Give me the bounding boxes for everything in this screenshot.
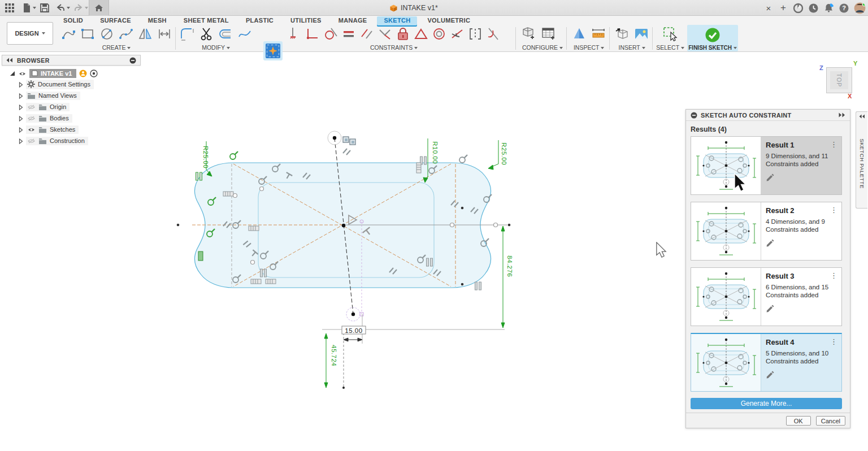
dimension-tool-button[interactable] xyxy=(157,27,172,41)
generate-more-button[interactable]: Generate More... xyxy=(691,398,842,409)
horizontal-vertical-constraint-button[interactable] xyxy=(305,27,320,41)
eye-icon[interactable] xyxy=(18,71,27,77)
card-menu-icon[interactable] xyxy=(830,206,837,214)
help-icon[interactable]: ? xyxy=(839,3,849,14)
expand-caret-icon[interactable] xyxy=(19,93,23,99)
tab-plastic[interactable]: PLASTIC xyxy=(239,16,280,25)
dimension-R2500[interactable]: R25.00 xyxy=(202,146,209,168)
browser-item-root[interactable]: INTAKE v1 xyxy=(29,69,76,78)
offset-tool-button[interactable] xyxy=(218,27,233,41)
eye-off-icon[interactable] xyxy=(27,115,36,122)
select-button[interactable] xyxy=(663,27,678,41)
configure-label[interactable]: CONFIGURE xyxy=(522,44,558,51)
tab-solid[interactable]: SOLID xyxy=(57,16,90,25)
card-menu-icon[interactable] xyxy=(830,337,837,346)
card-menu-icon[interactable] xyxy=(830,271,837,280)
tab-utilities[interactable]: UTILITIES xyxy=(284,16,328,25)
ok-button[interactable]: OK xyxy=(786,416,811,426)
viewcube-face-top[interactable]: TOP xyxy=(826,67,852,93)
dimension-84276[interactable]: 84.276 xyxy=(506,255,513,277)
expand-caret-icon[interactable] xyxy=(19,127,23,133)
viewcube[interactable]: TOP Z Y X xyxy=(818,61,863,101)
app-grid-icon[interactable] xyxy=(5,3,15,13)
tab-mesh[interactable]: MESH xyxy=(141,16,173,25)
measure-button[interactable] xyxy=(591,27,606,41)
expand-caret-icon[interactable] xyxy=(19,105,23,110)
mirror-tool-button[interactable] xyxy=(138,27,153,41)
edit-pencil-icon[interactable] xyxy=(766,370,775,379)
redo-caret-icon[interactable] xyxy=(85,7,88,9)
expand-caret-icon[interactable] xyxy=(19,82,23,88)
fix-constraint-button[interactable] xyxy=(396,27,410,41)
expand-palette-icon[interactable] xyxy=(859,114,865,119)
expand-caret-icon[interactable] xyxy=(19,116,23,122)
avatar[interactable] xyxy=(854,2,866,14)
browser-item-origin[interactable]: Origin xyxy=(19,102,141,112)
collinear-constraint-button[interactable] xyxy=(450,27,465,41)
result-card-4[interactable]: Result 4 5 Dimensions, and 10 Constraint… xyxy=(691,333,842,392)
edit-pencil-icon[interactable] xyxy=(766,304,775,313)
configure-cube-button[interactable] xyxy=(522,27,537,41)
inspect-label[interactable]: INSPECT xyxy=(574,44,599,51)
undock-panel-icon[interactable] xyxy=(839,112,845,118)
browser-item-bodies[interactable]: Bodies xyxy=(19,113,141,124)
fillet-tool-button[interactable] xyxy=(180,27,194,41)
inspect-analysis-button[interactable] xyxy=(572,27,587,41)
top-point[interactable] xyxy=(333,136,336,140)
circle-tool-button[interactable] xyxy=(99,27,114,41)
result-card-3[interactable]: Result 3 6 Dimensions, and 15 Constraint… xyxy=(691,267,842,326)
bottom-point[interactable] xyxy=(351,313,355,316)
line-tool-button[interactable] xyxy=(61,27,76,41)
result-card-2[interactable]: Result 2 4 Dimensions, and 9 Constraints… xyxy=(691,202,842,261)
close-tab-button[interactable]: × xyxy=(763,3,774,13)
symmetry-constraint-button[interactable] xyxy=(468,27,483,41)
break-tool-button[interactable] xyxy=(237,27,252,41)
tab-manage[interactable]: MANAGE xyxy=(332,16,374,25)
eye-off-icon[interactable] xyxy=(27,104,36,110)
dialog-header[interactable]: SKETCH AUTO CONSTRAINT xyxy=(686,110,850,121)
workspace-selector[interactable]: DESIGN xyxy=(7,22,53,45)
equal-constraint-button[interactable] xyxy=(341,27,356,41)
edit-pencil-icon[interactable] xyxy=(766,173,775,182)
browser-item-sketches[interactable]: Sketches xyxy=(19,124,141,135)
modify-label[interactable]: MODIFY xyxy=(202,44,225,51)
curvature-constraint-button[interactable] xyxy=(486,27,501,41)
dialog-collapse-icon[interactable] xyxy=(691,112,697,119)
tab-volumetric[interactable]: VOLUMETRIC xyxy=(420,16,477,25)
dimension-R2500[interactable]: R25.00 xyxy=(501,142,507,165)
browser-item-document-settings[interactable]: Document Settings xyxy=(19,79,141,90)
coincident-constraint-button[interactable] xyxy=(287,27,302,41)
constraints-label[interactable]: CONSTRAINTS xyxy=(370,44,413,51)
eye-icon[interactable] xyxy=(27,127,36,133)
card-menu-icon[interactable] xyxy=(830,140,837,149)
edit-pencil-icon[interactable] xyxy=(766,238,775,248)
file-menu-icon[interactable] xyxy=(21,3,32,13)
sketch-palette-tab[interactable]: SKETCH PALETTE xyxy=(856,111,867,209)
auto-constraint-button[interactable] xyxy=(263,41,283,60)
result-card-1[interactable]: Result 1 9 Dimensions, and 11 Constraint… xyxy=(691,136,842,195)
browser-options-icon[interactable] xyxy=(129,57,136,64)
insert-image-button[interactable] xyxy=(634,27,649,41)
select-label[interactable]: SELECT xyxy=(656,44,679,51)
expanded-caret-icon[interactable] xyxy=(10,71,15,76)
home-tab[interactable] xyxy=(89,0,109,16)
notifications-bell-icon[interactable] xyxy=(823,3,834,14)
new-tab-button[interactable]: + xyxy=(778,2,788,14)
tab-sheet-metal[interactable]: SHEET METAL xyxy=(177,16,236,25)
history-clock-icon[interactable] xyxy=(808,3,819,14)
undo-icon[interactable] xyxy=(55,3,66,13)
tab-surface[interactable]: SURFACE xyxy=(93,16,138,25)
activate-radio-icon[interactable] xyxy=(90,70,98,77)
eye-off-icon[interactable] xyxy=(27,138,36,144)
job-status-icon[interactable] xyxy=(793,3,804,14)
document-tab[interactable]: INTAKE v1* xyxy=(390,0,438,16)
create-label[interactable]: CREATE xyxy=(102,44,126,51)
dimension-1500[interactable]: 15.00 xyxy=(342,326,366,334)
browser-item-named-views[interactable]: Named Views xyxy=(19,90,141,101)
browser-item-construction[interactable]: Construction xyxy=(19,136,141,146)
finish-sketch-button[interactable]: FINISH SKETCH xyxy=(687,25,738,51)
browser-header[interactable]: BROWSER xyxy=(2,55,141,66)
insert-label[interactable]: INSERT xyxy=(618,44,640,51)
undo-caret-icon[interactable] xyxy=(67,7,70,9)
spline-tool-button[interactable] xyxy=(119,27,133,41)
